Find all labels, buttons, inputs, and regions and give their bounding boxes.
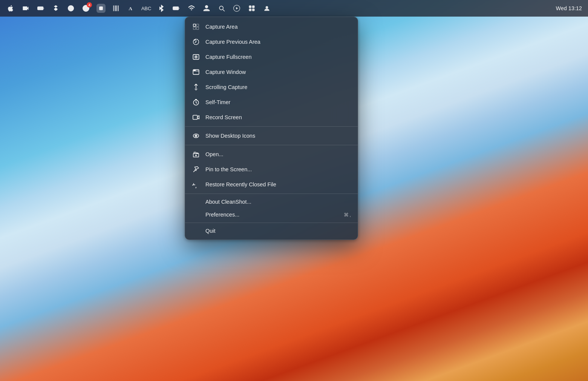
pin-icon <box>192 165 200 174</box>
menu-item-record-screen[interactable]: Record Screen <box>185 110 358 125</box>
restore-icon <box>192 180 200 189</box>
menu-item-restore-closed[interactable]: Restore Recently Closed File <box>185 177 358 192</box>
svg-point-28 <box>194 70 194 71</box>
svg-rect-15 <box>249 9 252 11</box>
svg-rect-21 <box>196 27 199 29</box>
abc-text[interactable]: ABC <box>142 4 151 13</box>
menu-item-self-timer[interactable]: Self-Timer <box>185 95 358 110</box>
separator-1 <box>185 126 358 127</box>
search-icon[interactable] <box>217 4 226 13</box>
svg-rect-7 <box>117 6 118 11</box>
bluetooth-icon[interactable] <box>157 4 166 13</box>
menu-item-open[interactable]: Open... <box>185 147 358 162</box>
battery-app-icon[interactable] <box>36 4 45 13</box>
restore-closed-label: Restore Recently Closed File <box>205 181 351 187</box>
menubar-right: Wed 13:12 <box>556 5 582 11</box>
menubar-left: 4 A ABC <box>6 4 556 13</box>
cmd-symbol: ⌘ <box>344 212 349 218</box>
wifi-icon[interactable] <box>187 4 196 13</box>
svg-rect-20 <box>193 27 196 29</box>
svg-rect-4 <box>113 6 114 11</box>
record-screen-label: Record Screen <box>205 114 351 120</box>
scrolling-capture-label: Scrolling Capture <box>205 84 351 90</box>
quit-label: Quit <box>205 228 351 234</box>
svg-rect-13 <box>249 6 252 8</box>
svg-text:A: A <box>129 6 132 11</box>
about-label: About CleanShot... <box>205 199 351 205</box>
svg-point-29 <box>195 70 196 71</box>
user-icon[interactable] <box>202 4 211 13</box>
capture-fullscreen-label: Capture Fullscreen <box>205 54 351 60</box>
svg-rect-1 <box>38 8 41 9</box>
svg-rect-8 <box>118 6 119 11</box>
menu-item-capture-area[interactable]: Capture Area <box>185 19 358 34</box>
svg-point-25 <box>196 57 196 57</box>
separator-3 <box>185 194 358 194</box>
svg-rect-16 <box>252 9 255 11</box>
capture-previous-icon <box>192 38 200 46</box>
menubar-time: Wed 13:12 <box>556 5 582 11</box>
scrolling-capture-icon <box>192 83 200 91</box>
cleanshot-dropdown-menu: Capture Area Capture Previous Area Captu… <box>185 17 358 240</box>
svg-rect-14 <box>252 6 255 8</box>
svg-rect-18 <box>193 24 196 26</box>
show-desktop-icons-label: Show Desktop Icons <box>205 133 351 139</box>
pin-to-screen-label: Pin to the Screen... <box>205 166 351 172</box>
open-icon <box>192 150 200 158</box>
battery-icon[interactable] <box>172 4 181 13</box>
svg-marker-12 <box>236 7 238 10</box>
capture-area-icon <box>192 23 200 31</box>
separator-4 <box>185 223 358 223</box>
svg-rect-3 <box>100 7 103 10</box>
font-icon[interactable]: A <box>127 4 136 13</box>
menu-item-pin-to-screen[interactable]: Pin to the Screen... <box>185 162 358 177</box>
menu-item-capture-fullscreen[interactable]: Capture Fullscreen <box>185 49 358 65</box>
menu-item-preferences[interactable]: Preferences... ⌘ , <box>185 208 358 221</box>
screenium-icon[interactable] <box>66 4 75 13</box>
menu-item-capture-window[interactable]: Capture Window <box>185 65 358 80</box>
preferences-shortcut: ⌘ , <box>344 212 351 218</box>
play-icon[interactable] <box>232 4 241 13</box>
svg-rect-6 <box>115 6 116 11</box>
svg-point-34 <box>196 135 196 136</box>
open-label: Open... <box>205 151 351 157</box>
apple-icon[interactable] <box>6 4 15 13</box>
svg-rect-19 <box>196 24 199 26</box>
menu-item-scrolling-capture[interactable]: Scrolling Capture <box>185 80 358 95</box>
controlcenter-icon[interactable] <box>247 4 256 13</box>
svg-rect-5 <box>115 6 115 11</box>
camo-icon[interactable]: 4 <box>81 4 90 13</box>
show-desktop-icon <box>192 132 200 140</box>
preferences-label: Preferences... <box>205 212 338 218</box>
menu-item-capture-previous[interactable]: Capture Previous Area <box>185 34 358 49</box>
camo-badge: 4 <box>87 2 92 8</box>
bezel-icon[interactable] <box>112 4 121 13</box>
menu-item-show-desktop-icons[interactable]: Show Desktop Icons <box>185 128 358 143</box>
capture-fullscreen-icon <box>192 53 200 61</box>
comma-symbol: , <box>349 212 351 218</box>
menu-item-quit[interactable]: Quit <box>185 224 358 237</box>
capture-window-label: Capture Window <box>205 69 351 75</box>
svg-rect-31 <box>193 115 198 120</box>
menubar: 4 A ABC <box>0 0 588 17</box>
self-timer-label: Self-Timer <box>205 99 351 105</box>
cleanshot-icon[interactable] <box>96 4 106 13</box>
menu-item-about[interactable]: About CleanShot... <box>185 195 358 208</box>
separator-2 <box>185 145 358 145</box>
record-screen-icon <box>192 113 200 121</box>
capture-window-icon <box>192 68 200 76</box>
capture-previous-label: Capture Previous Area <box>205 39 351 45</box>
svg-point-17 <box>266 6 268 9</box>
dropbox-icon[interactable] <box>51 4 60 13</box>
facetime-icon[interactable] <box>21 4 30 13</box>
notificationcenter-icon[interactable] <box>262 4 271 13</box>
capture-area-label: Capture Area <box>205 24 351 30</box>
self-timer-icon <box>192 98 200 106</box>
